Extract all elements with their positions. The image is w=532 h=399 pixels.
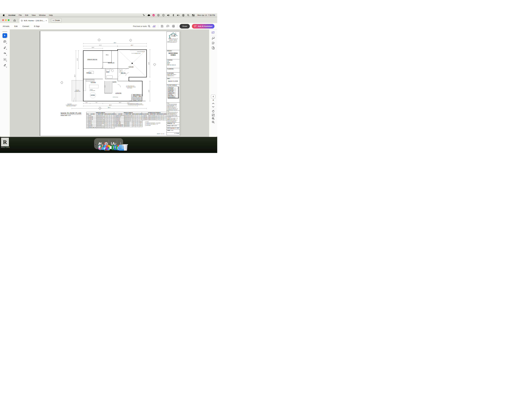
document-tab[interactable]: W.R. Homes - 1242 Bi-L... ×	[19, 18, 48, 23]
menu-file[interactable]: File	[19, 14, 22, 16]
table-cell: 5'-0"	[132, 124, 135, 126]
menu-help[interactable]: Help	[49, 14, 53, 16]
highlight-tool[interactable]	[2, 45, 7, 50]
select-tool[interactable]	[2, 33, 7, 38]
all-tools-menu[interactable]: All tools	[3, 25, 9, 27]
fit-page-icon[interactable]	[212, 114, 215, 117]
menu-view[interactable]: View	[32, 14, 36, 16]
next-page-icon[interactable]	[212, 106, 215, 108]
table-cell: 2	[176, 88, 178, 89]
table-cell: 4'-6"	[108, 123, 112, 124]
page-thumbnails-icon[interactable]	[212, 46, 215, 50]
rail-handle[interactable]	[2, 31, 7, 32]
menu-window[interactable]: Window	[39, 14, 46, 16]
ann-deck-2: c/w COMPOSITE DECKING MAT'L.	[66, 105, 77, 105]
svg-text:A: A	[4, 59, 5, 60]
desktop: R REALTOR® A ✉ APR13 N ⚙ X W A ♪	[0, 137, 217, 153]
dwg-section: DWG.: MAIN FLOOR	[167, 78, 180, 84]
table-row: 4LIVING RM.Window/Single Hung1'-8"6'-0"U	[86, 119, 115, 120]
dim-label: 18'-0"	[119, 102, 121, 103]
page-number-input[interactable]: 4	[211, 95, 215, 98]
read-aloud-binoculars-icon[interactable]	[152, 24, 156, 28]
zoom-window-button[interactable]	[8, 19, 9, 21]
menu-edit[interactable]: Edit	[25, 14, 28, 16]
grabber-icon[interactable]	[142, 14, 145, 17]
share-button[interactable]: Share	[180, 24, 190, 29]
table-header-cell: LOCATION	[132, 96, 138, 97]
table-cell: 4'-6"	[108, 121, 112, 123]
comments-panel-icon[interactable]	[212, 37, 215, 40]
dim-label: 17'-0"	[99, 45, 101, 46]
room-label-mud: MUD RM.	[121, 72, 126, 74]
previous-page-icon[interactable]	[212, 103, 215, 104]
star-icon[interactable]	[21, 19, 23, 22]
spotlight-icon[interactable]	[187, 14, 190, 17]
drawn-by-label: DRAWN BY:	[167, 123, 173, 124]
table-cell: EATING	[89, 123, 97, 124]
table-row: CMUD RM.Exterior Door/Panel2'-8"6'-8"L	[142, 117, 167, 119]
home-icon[interactable]	[13, 19, 16, 22]
zoom-in-icon[interactable]	[212, 117, 215, 120]
convert-menu[interactable]: Convert	[23, 25, 29, 27]
edit-menu[interactable]: Edit	[14, 25, 18, 27]
document-canvas[interactable]: 36'-0" 17'-0" 26'-0" 12'-0" 48'-0" 17'-6…	[10, 30, 209, 137]
apple-menu-icon[interactable]	[2, 14, 5, 17]
play-status-icon[interactable]	[157, 14, 160, 17]
table-cell: 4'-0"	[108, 127, 112, 128]
esign-menu[interactable]: E-Sign	[34, 25, 40, 27]
bookmarks-panel-icon[interactable]	[212, 42, 215, 44]
create-button[interactable]: + Create	[51, 18, 62, 22]
zoom-out-icon[interactable]	[212, 121, 215, 124]
plus-icon: +	[53, 19, 54, 21]
tool-dropdown-caret	[6, 55, 7, 55]
close-tab-icon[interactable]: ×	[46, 20, 47, 22]
table-cell: 1028 S.F.	[138, 99, 142, 100]
floor-area-body: MAIN FLOOR: 1242 s.f. GARAGE: 627 s.f.	[167, 74, 179, 76]
text-select-tool[interactable]: A	[2, 57, 7, 62]
table-row: SECTIONS6	[168, 94, 178, 95]
control-center-icon[interactable]	[192, 14, 195, 17]
menu-bar-clock[interactable]: Mon Apr 13 7:56 PM	[197, 14, 215, 16]
table-cell: Window/Slider	[97, 124, 105, 126]
company-contact: CAMROSE, AB. Ph: 780-678-7149 E-mail: tb…	[167, 41, 179, 43]
tool-dropdown-caret	[6, 61, 7, 61]
table-row: 15GARAGEWindow/Casement2'-0"4'-0"N	[114, 120, 142, 122]
menu-acrobat[interactable]: Acrobat	[8, 14, 15, 16]
table-cell: 2'-6"	[104, 127, 108, 128]
right-tool-rail: 4 8	[209, 30, 217, 137]
table-cell: LIVING RM.	[89, 116, 97, 118]
door-note: *NOTE: INTERIOR DOOR WIDTH - AS SHOWN IN…	[145, 121, 160, 126]
cloud-upload-icon[interactable]	[166, 24, 170, 28]
sync-alert-icon[interactable]: !	[162, 14, 165, 17]
table-cell: FUTURE BED RM.	[116, 124, 124, 126]
battery-charging-icon[interactable]	[177, 14, 180, 17]
pink-app-icon[interactable]: 17	[152, 14, 155, 16]
table-cell: Window/Single Hung	[97, 121, 105, 123]
ai-summary-icon[interactable]	[212, 31, 215, 34]
rotate-page-icon[interactable]	[212, 110, 215, 113]
table-cell: 17	[114, 123, 116, 124]
floor-area-section: FLOOR AREA: MAIN FLOOR: 1242 s.f. GARAGE…	[167, 72, 180, 78]
ask-ai-label: Ask AI Assistant	[198, 25, 212, 27]
save-icon[interactable]	[160, 24, 164, 28]
find-text-label: Find text or tools	[133, 25, 147, 27]
table-cell: 6	[176, 94, 178, 95]
volume-icon[interactable]	[167, 14, 170, 17]
close-window-button[interactable]	[2, 19, 4, 21]
table-cell: 2'-6"	[132, 115, 135, 116]
fill-sign-tool[interactable]	[2, 63, 7, 68]
crawl-space-note: * LOWER FLOOR EXCLUDES CRAWL SPACE	[129, 101, 146, 101]
onedrive-icon[interactable]	[147, 14, 150, 17]
table-cell: 15	[114, 120, 116, 122]
realtor-caption: REALTOR®	[1, 146, 10, 148]
print-icon[interactable]	[172, 24, 175, 28]
ask-ai-assistant-button[interactable]: Ask AI Assistant	[192, 24, 215, 29]
bluetooth-icon[interactable]	[172, 14, 175, 17]
find-text-button[interactable]: Find text or tools	[133, 25, 151, 27]
dock-preview-image-icon[interactable]	[111, 142, 112, 145]
draw-tool[interactable]	[2, 51, 7, 56]
minimize-window-button[interactable]	[5, 19, 7, 21]
dock-minimized-window[interactable]	[120, 142, 121, 145]
comment-tool[interactable]	[2, 39, 7, 44]
user-account-icon[interactable]	[182, 14, 185, 17]
